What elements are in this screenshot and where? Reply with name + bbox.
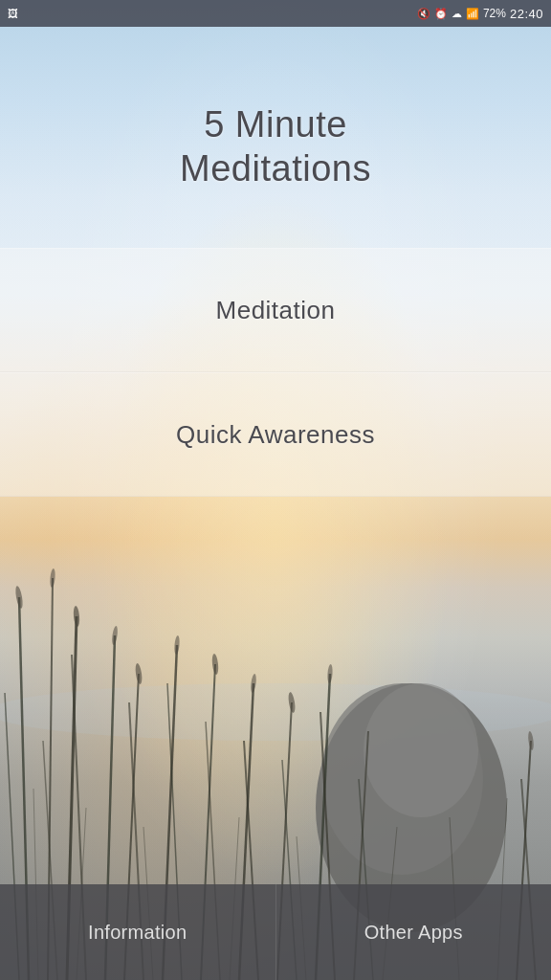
app-title: 5 Minute Meditations [0,103,551,190]
status-bar: 🖼 🔇 ⏰ ☁ 📶 72% 22:40 [0,0,551,27]
menu-container: Meditation Quick Awareness [0,248,551,497]
app-title-line2: Meditations [180,148,371,189]
gallery-icon: 🖼 [8,8,18,19]
quick-awareness-button[interactable]: Quick Awareness [0,372,551,497]
alarm-icon: ⏰ [434,8,448,20]
status-time: 22:40 [510,7,543,21]
wifi-icon: ☁ [452,8,462,20]
app-title-line1: 5 Minute [204,104,347,145]
meditation-button[interactable]: Meditation [0,248,551,372]
meditation-label: Meditation [216,296,336,325]
status-left: 🖼 [8,8,18,19]
other-apps-label: Other Apps [364,922,463,944]
information-label: Information [88,922,187,944]
other-apps-button[interactable]: Other Apps [276,884,552,980]
quick-awareness-label: Quick Awareness [176,420,375,450]
status-right: 🔇 ⏰ ☁ 📶 72% 22:40 [417,7,543,21]
information-button[interactable]: Information [0,884,276,980]
bottom-bar: Information Other Apps [0,884,551,980]
battery-text: 72% [483,7,506,20]
signal-icon: 📶 [466,8,479,20]
mute-icon: 🔇 [417,8,430,20]
main-content: 5 Minute Meditations Meditation Quick Aw… [0,27,551,980]
